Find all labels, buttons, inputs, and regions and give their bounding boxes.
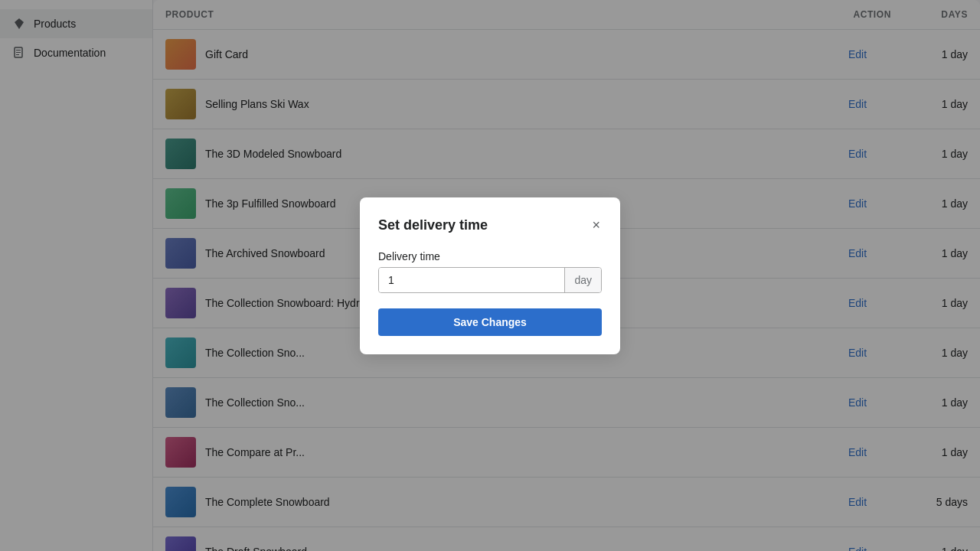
- modal-close-button[interactable]: ×: [590, 216, 602, 235]
- modal-title: Set delivery time: [378, 217, 488, 233]
- delivery-time-addon: day: [564, 268, 601, 292]
- delivery-time-label: Delivery time: [378, 250, 602, 262]
- delivery-time-input-group: day: [378, 267, 602, 293]
- save-changes-button[interactable]: Save Changes: [378, 308, 602, 336]
- modal-overlay[interactable]: Set delivery time × Delivery time day Sa…: [0, 0, 980, 551]
- modal-header: Set delivery time ×: [378, 216, 602, 235]
- delivery-time-group: Delivery time day: [378, 250, 602, 293]
- modal: Set delivery time × Delivery time day Sa…: [360, 197, 620, 354]
- delivery-time-input[interactable]: [379, 268, 564, 292]
